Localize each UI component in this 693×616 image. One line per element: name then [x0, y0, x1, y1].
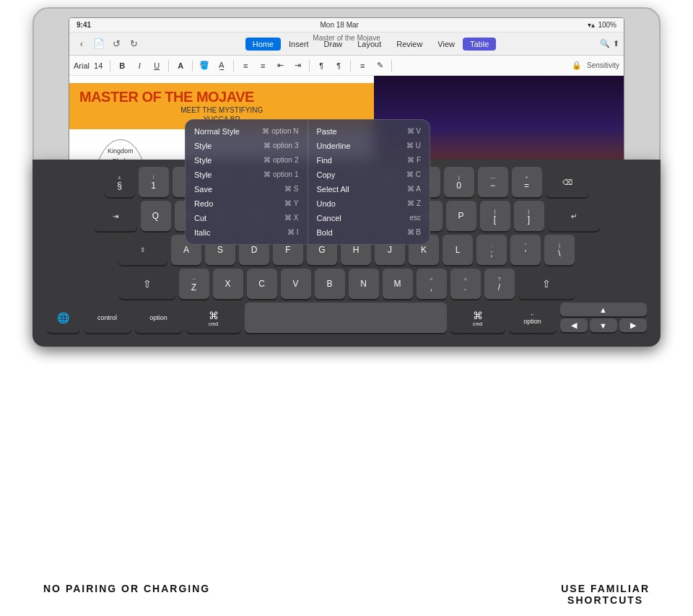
context-paste[interactable]: Paste ⌘ V: [308, 124, 430, 139]
tab-table[interactable]: Table: [463, 38, 496, 51]
key-minus[interactable]: —−: [478, 167, 508, 197]
document-main-title: MASTER OF THE MOJAVE: [79, 89, 364, 105]
key-arrow-left[interactable]: ◀: [560, 318, 588, 332]
redo-button[interactable]: ↻: [126, 36, 141, 52]
font-size[interactable]: 14: [94, 61, 103, 70]
key-globe[interactable]: 🌐: [47, 303, 80, 333]
key-backslash[interactable]: |\: [544, 235, 575, 265]
share-icon[interactable]: ⬆: [613, 39, 619, 48]
status-right: ▾▴ 100%: [588, 21, 616, 29]
format-bar: Arial 14 B I U A 🪣 A̲ ≡ ≡ ⇤ ⇥: [69, 56, 624, 76]
context-italic[interactable]: Italic ⌘ I: [186, 225, 308, 240]
doc-icon[interactable]: 📄: [91, 36, 107, 52]
undo-button[interactable]: ↺: [108, 36, 124, 52]
key-p[interactable]: P: [446, 201, 476, 231]
context-style-3[interactable]: Style ⌘ option 3: [186, 139, 308, 153]
number-list-button[interactable]: ≡: [256, 58, 270, 73]
search-icon[interactable]: 🔍: [600, 39, 610, 48]
key-bracket-r[interactable]: }]: [514, 201, 544, 231]
key-return[interactable]: ↵: [548, 201, 600, 231]
toolbar-nav: ‹ 📄 ↺ ↻: [69, 36, 146, 52]
key-l[interactable]: L: [443, 235, 473, 265]
key-arrow-right[interactable]: ▶: [619, 318, 647, 332]
font-color-button[interactable]: A: [173, 58, 188, 73]
label-shortcuts: USE FAMILIARSHORTCUTS: [561, 583, 650, 606]
key-n[interactable]: N: [349, 269, 379, 299]
context-find[interactable]: Find ⌘ F: [308, 153, 430, 168]
tab-home[interactable]: Home: [245, 38, 281, 51]
key-comma[interactable]: <,: [417, 269, 447, 299]
context-select-all[interactable]: Select All ⌘ A: [308, 182, 430, 196]
key-shift-left[interactable]: ⇧: [119, 269, 175, 299]
key-period[interactable]: >.: [450, 269, 481, 299]
highlight-button[interactable]: A̲: [214, 58, 229, 73]
key-arrow-down[interactable]: ▼: [590, 318, 617, 332]
key-caps[interactable]: ⇪: [118, 235, 167, 265]
key-semicolon[interactable]: :;: [476, 235, 507, 265]
context-save[interactable]: Save ⌘ S: [186, 182, 308, 196]
key-equals[interactable]: +=: [512, 167, 542, 197]
key-arrow-up[interactable]: ▲: [560, 303, 647, 316]
key-space[interactable]: [245, 303, 447, 333]
key-x[interactable]: X: [213, 269, 243, 299]
italic-button[interactable]: I: [132, 58, 147, 73]
key-tab[interactable]: ⇥: [94, 201, 137, 231]
key-option-left[interactable]: option: [135, 303, 183, 333]
context-normal-style[interactable]: Normal Style ⌘ option N: [186, 124, 308, 139]
context-copy[interactable]: Copy ⌘ C: [308, 168, 430, 182]
context-bold[interactable]: Bold ⌘ B: [308, 225, 430, 240]
key-shift-right[interactable]: ⇧: [518, 269, 575, 299]
context-cancel[interactable]: Cancel esc: [308, 211, 430, 225]
wifi-icon: ▾▴: [588, 21, 595, 29]
ipad-device: 9:41 Mon 18 Mar ▾▴ 100% ‹ 📄 ↺ ↻ Master o…: [32, 7, 661, 347]
bullet-list-button[interactable]: ≡: [238, 58, 253, 73]
styles-button[interactable]: ≡: [355, 58, 370, 73]
status-bar: 9:41 Mon 18 Mar ▾▴ 100%: [69, 18, 624, 32]
key-q[interactable]: Q: [141, 201, 171, 231]
bottom-labels: NO PAIRING OR CHARGING USE FAMILIARSHORT…: [0, 583, 693, 606]
key-quote[interactable]: "': [510, 235, 541, 265]
back-button[interactable]: ‹: [74, 36, 90, 52]
label-no-pairing: NO PAIRING OR CHARGING: [43, 583, 210, 606]
key-section[interactable]: ±§: [105, 167, 135, 197]
tab-review[interactable]: Review: [389, 38, 430, 51]
context-underline[interactable]: Underline ⌘ U: [308, 139, 430, 153]
key-backspace[interactable]: ⌫: [546, 167, 589, 197]
key-option-right[interactable]: ←option: [509, 303, 557, 333]
tab-insert[interactable]: Insert: [282, 38, 316, 51]
key-b[interactable]: B: [315, 269, 345, 299]
key-1[interactable]: !1: [139, 167, 169, 197]
context-menu-left-col: Normal Style ⌘ option N Style ⌘ option 3…: [186, 120, 308, 244]
key-command-right[interactable]: ⌘cmd: [450, 303, 505, 333]
bold-button[interactable]: B: [115, 58, 129, 73]
context-redo[interactable]: Redo ⌘ Y: [186, 196, 308, 211]
key-c[interactable]: C: [247, 269, 277, 299]
context-undo[interactable]: Undo ⌘ Z: [308, 196, 430, 211]
separator: [110, 60, 110, 71]
tab-view[interactable]: View: [430, 38, 462, 51]
key-z[interactable]: ~Z: [179, 269, 209, 299]
para-spacing-button[interactable]: ¶: [314, 58, 328, 73]
underline-button[interactable]: U: [149, 58, 164, 73]
sensitivity-area: 🔒 Sensitivity: [570, 58, 619, 73]
classification-kingdom: Kingdom: [106, 146, 135, 156]
key-m[interactable]: M: [383, 269, 413, 299]
edit-button[interactable]: ✎: [372, 58, 387, 73]
key-slash[interactable]: ?/: [484, 269, 515, 299]
status-time: 9:41: [77, 21, 91, 29]
key-v[interactable]: V: [281, 269, 311, 299]
key-control[interactable]: control: [84, 303, 131, 333]
sensitivity-button[interactable]: Sensitivity: [587, 61, 619, 69]
key-0[interactable]: )0: [444, 167, 474, 197]
paint-bucket-icon[interactable]: 🪣: [197, 58, 212, 73]
context-style-2[interactable]: Style ⌘ option 2: [186, 153, 308, 168]
decrease-indent-button[interactable]: ⇤: [273, 58, 287, 73]
context-cut[interactable]: Cut ⌘ X: [186, 211, 308, 225]
key-bracket-l[interactable]: {[: [480, 201, 510, 231]
increase-indent-button[interactable]: ⇥: [290, 58, 305, 73]
key-command-left[interactable]: ⌘cmd: [186, 303, 241, 333]
keyboard-row-4: ⇧ ~Z X C V B N M <, >. ?/ ⇧: [38, 269, 655, 299]
para-marks-button[interactable]: ¶: [331, 58, 346, 73]
font-name[interactable]: Arial: [74, 61, 90, 70]
context-style-1[interactable]: Style ⌘ option 1: [186, 168, 308, 182]
